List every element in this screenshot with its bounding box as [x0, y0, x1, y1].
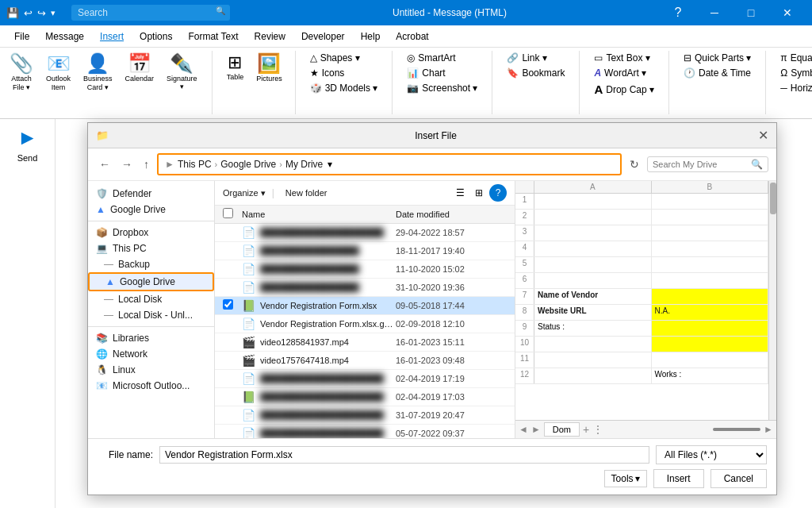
table-row[interactable]: 📄 ████████████████████ 02-04-2019 17:19 [215, 370, 515, 388]
insert-button[interactable]: Insert [653, 469, 704, 488]
filetype-select[interactable]: All Files (*.*) [656, 445, 767, 464]
help-icon[interactable]: ? [660, 0, 696, 25]
table-row[interactable]: 📄 ████████████████████ 31-07-2019 20:47 [215, 406, 515, 425]
view-list-icon[interactable]: ☰ [451, 184, 469, 202]
menu-format-text[interactable]: Format Text [180, 28, 246, 45]
quickparts-button[interactable]: ⊟ Quick Parts ▾ [679, 51, 756, 65]
table-row[interactable]: 📗 ████████████████████ 02-04-2019 17:03 [215, 388, 515, 406]
path-mydrive[interactable]: My Drive [285, 159, 323, 170]
path-googledrive[interactable]: Google Drive [220, 159, 276, 170]
sheet-tab-dom[interactable]: Dom [544, 422, 580, 437]
save-icon[interactable]: 💾 [6, 7, 19, 19]
wordart-button[interactable]: A WordArt ▾ [589, 66, 659, 80]
sidebar-item-linux[interactable]: 🐧 Linux [88, 362, 214, 378]
link-button[interactable]: 🔗 Link ▾ [502, 51, 569, 65]
close-button[interactable]: ✕ [769, 0, 806, 25]
dropcap-button[interactable]: A Drop Cap ▾ [589, 81, 659, 98]
calendar-button[interactable]: 📅 Calendar [122, 51, 158, 86]
menu-help[interactable]: Help [353, 28, 389, 45]
table-row[interactable]: 📄 ████████████████████ 29-04-2022 18:57 [215, 224, 515, 242]
table-row[interactable]: 📗 Vendor Registration Form.xlsx 09-05-20… [215, 297, 515, 315]
shapes-button[interactable]: △ Shapes ▾ [305, 51, 383, 65]
menu-acrobat[interactable]: Acrobat [388, 28, 436, 45]
table-row[interactable]: 🎬 video1757647418.mp4 16-01-2023 09:48 [215, 352, 515, 370]
cancel-button[interactable]: Cancel [710, 469, 767, 488]
business-card-button[interactable]: 👤 BusinessCard ▾ [80, 51, 116, 95]
sidebar-item-defender[interactable]: 🛡️ Defender [88, 186, 214, 202]
icons-button[interactable]: ★ Icons [305, 66, 383, 80]
view-help-icon[interactable]: ? [489, 184, 507, 202]
sidebar-item-thispc[interactable]: 💻 This PC [88, 241, 214, 256]
table-row[interactable]: 📄 ████████████████ 11-10-2020 15:02 [215, 260, 515, 279]
up-button[interactable]: ↑ [140, 156, 152, 172]
pictures-button[interactable]: 🖼️ Pictures [253, 51, 285, 86]
horizontal-scrollbar[interactable] [713, 428, 760, 431]
menu-insert[interactable]: Insert [92, 28, 132, 45]
file-date: 18-11-2017 19:40 [396, 246, 507, 256]
filename-input[interactable] [159, 446, 649, 464]
symbol-button[interactable]: Ω Symbol ▾ [776, 66, 812, 80]
minimize-button[interactable]: ─ [696, 0, 733, 25]
maximize-button[interactable]: □ [733, 0, 769, 25]
file-checkbox[interactable] [223, 299, 233, 310]
dialog-footer: File name: All Files (*.*) Tools ▾ Inser… [88, 438, 776, 495]
datetime-button[interactable]: 🕐 Date & Time [679, 66, 756, 80]
customize-icon[interactable]: ▾ [51, 8, 56, 18]
sidebar-item-outlook[interactable]: 📧 Microsoft Outloo... [88, 378, 214, 394]
table-row[interactable]: 📄 ████████████████ 18-11-2017 19:40 [215, 242, 515, 260]
table-row[interactable]: 📄 Vendor Registration Form.xlsx.gsheet 0… [215, 315, 515, 333]
path-thispc[interactable]: This PC [178, 159, 212, 170]
screenshot-button[interactable]: 📷 Screenshot ▾ [402, 81, 482, 95]
view-grid-icon[interactable]: ⊞ [470, 184, 488, 202]
table-button[interactable]: ⊞ Table [224, 51, 247, 84]
tools-button[interactable]: Tools ▾ [604, 470, 647, 487]
sidebar-item-backup[interactable]: — Backup [88, 256, 214, 272]
menu-review[interactable]: Review [247, 28, 293, 45]
textbox-button[interactable]: ▭ Text Box ▾ [589, 51, 659, 65]
bookmark-button[interactable]: 🔖 Bookmark [502, 66, 569, 80]
equation-icon: π [780, 52, 787, 64]
organize-button[interactable]: Organize ▾ [223, 188, 266, 198]
chart-button[interactable]: 📊 Chart [402, 66, 482, 80]
outlook-item-button[interactable]: 📧 OutlookItem [43, 51, 74, 95]
sidebar-item-googledrive-selected[interactable]: ▲ Google Drive [88, 272, 214, 291]
titlebar-search-input[interactable] [71, 5, 230, 21]
table-row[interactable]: 🎬 video1285841937.mp4 16-01-2023 15:11 [215, 333, 515, 352]
sidebar-item-googledrive-top[interactable]: ▲ Google Drive [88, 202, 214, 217]
address-dropdown-button[interactable]: ▾ [326, 157, 334, 171]
table-row[interactable]: 📄 ████████████████ 31-10-2020 19:36 [215, 279, 515, 297]
back-button[interactable]: ← [96, 156, 113, 172]
undo-icon[interactable]: ↩ [24, 7, 33, 19]
sidebar-item-libraries[interactable]: 📚 Libraries [88, 330, 214, 346]
sidebar-item-localdisk[interactable]: — Local Disk [88, 291, 214, 307]
sidebar-item-localdisk-unl[interactable]: — Local Disk - Unl... [88, 307, 214, 323]
dialog-search-input[interactable] [653, 160, 748, 169]
menu-file[interactable]: File [6, 28, 37, 45]
sheet-next-button[interactable]: ► [531, 424, 541, 435]
signature-button[interactable]: ✒️ Signature ▾ [163, 51, 201, 94]
menu-developer[interactable]: Developer [293, 28, 353, 45]
sidebar-item-dropbox[interactable]: 📦 Dropbox [88, 225, 214, 241]
smartart-button[interactable]: ◎ SmartArt [402, 51, 482, 65]
redo-icon[interactable]: ↪ [37, 7, 46, 19]
forward-button[interactable]: → [118, 156, 136, 172]
vertical-scrollbar[interactable] [768, 181, 776, 420]
3dmodels-button[interactable]: 🎲 3D Models ▾ [305, 81, 383, 95]
horizontal-line-button[interactable]: ─ Horizontal Line [776, 81, 812, 95]
add-sheet-button[interactable]: + [583, 423, 589, 436]
menu-options[interactable]: Options [132, 28, 180, 45]
new-folder-button[interactable]: New folder [281, 187, 332, 199]
select-all-checkbox[interactable] [223, 208, 233, 218]
table-row[interactable]: 📄 ████████████████████ 05-07-2022 09:37 [215, 425, 515, 438]
refresh-button[interactable]: ↻ [626, 156, 642, 172]
dialog-close-button[interactable]: ✕ [758, 128, 768, 143]
menu-message[interactable]: Message [37, 28, 92, 45]
sheet-end-button[interactable]: ► [764, 424, 773, 435]
sidebar-item-network[interactable]: 🌐 Network [88, 346, 214, 362]
sheet-menu-button[interactable]: ⋮ [592, 423, 603, 436]
attach-file-button[interactable]: 📎 AttachFile ▾ [6, 51, 36, 95]
filelist-header: Name Date modified [215, 206, 515, 224]
column-name[interactable]: Name [242, 210, 396, 219]
equation-button[interactable]: π Equation ▾ [776, 51, 812, 65]
sheet-prev-button[interactable]: ◄ [519, 424, 528, 435]
